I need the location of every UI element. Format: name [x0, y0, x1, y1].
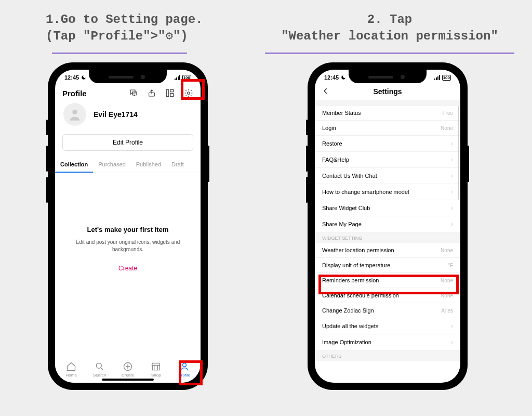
chevron-right-icon: › [451, 188, 453, 196]
group-widget-setting: WIDGET SETTING [315, 232, 460, 243]
dnd-moon-icon [81, 75, 86, 80]
row-value: °F [448, 263, 453, 268]
tab-shop-label: Shop [151, 373, 161, 378]
chevron-right-icon: › [451, 322, 453, 330]
create-link[interactable]: Create [118, 265, 137, 272]
step1-underline [52, 53, 187, 54]
battery-label: 100 [182, 75, 191, 81]
row-label: FAQ&Help [322, 157, 349, 163]
row-label: How to change smartphone model [322, 189, 409, 195]
scrollbar[interactable] [458, 106, 459, 200]
row-label: Contact Us With Chat [322, 173, 377, 179]
section-spacer [315, 100, 460, 105]
status-time: 12:45 [324, 74, 339, 81]
tab-shop[interactable]: Shop [143, 361, 169, 378]
svg-rect-2 [170, 89, 174, 92]
back-icon[interactable] [322, 87, 329, 96]
chevron-right-icon: › [451, 204, 453, 212]
row-share-app[interactable]: Share Widget Club › [315, 200, 460, 216]
row-update-all[interactable]: Update all the widgets › [315, 318, 460, 334]
signal-icon [175, 75, 180, 80]
svg-point-5 [72, 110, 77, 114]
chevron-right-icon: › [451, 172, 453, 179]
row-label: Restore [322, 140, 342, 147]
svg-rect-3 [170, 94, 174, 97]
tab-draft[interactable]: Draft [166, 158, 189, 173]
row-contact[interactable]: Contact Us With Chat › [315, 168, 460, 184]
tab-create[interactable]: Create [115, 361, 141, 378]
home-indicator [102, 379, 154, 381]
row-value: Aries [441, 308, 453, 314]
row-weather-permission[interactable]: Weather location permission None [315, 243, 460, 258]
step2-underline [265, 53, 514, 54]
profile-title: Profile [62, 89, 87, 98]
svg-rect-1 [166, 89, 169, 97]
row-label: Change Zodiac Sign [322, 307, 374, 314]
step1-instruction: 1.Go to Setting page. (Tap "Profile">"⚙"… [46, 11, 217, 45]
row-value: Free [442, 110, 453, 116]
avatar[interactable] [63, 103, 86, 126]
row-temp-unit[interactable]: Display unit of temperature °F [315, 258, 460, 273]
profile-tabs: Collection Purchased Published Draft [55, 155, 201, 173]
row-change-model[interactable]: How to change smartphone model › [315, 184, 460, 200]
row-label: Reminders permission [322, 277, 379, 283]
tab-search-label: Search [93, 373, 106, 378]
row-label: Weather location permission [322, 247, 394, 253]
svg-point-6 [96, 363, 101, 368]
chat-icon[interactable] [129, 88, 138, 98]
tab-published[interactable]: Published [131, 158, 166, 173]
row-member-status[interactable]: Member Status Free [315, 106, 460, 121]
row-reminders[interactable]: Reminders permission None [315, 273, 460, 288]
row-label: Update all the widgets [322, 323, 378, 329]
chevron-right-icon: › [451, 220, 453, 228]
battery-label: 100 [442, 75, 451, 81]
chevron-right-icon: › [451, 156, 453, 163]
row-calendar[interactable]: Calendar schedule permission None [315, 288, 460, 303]
step2-line2: "Weather location permission" [281, 29, 498, 43]
group-others: OTHERS [315, 350, 460, 361]
row-label: Share Widget Club [322, 205, 370, 211]
tab-profile[interactable]: Profile [171, 361, 197, 378]
row-zodiac[interactable]: Change Zodiac Sign Aries [315, 303, 460, 318]
svg-point-4 [188, 92, 190, 95]
widget-icon[interactable] [165, 88, 175, 98]
phone-notch [349, 70, 427, 83]
tab-purchased[interactable]: Purchased [93, 158, 131, 173]
row-restore[interactable]: Restore › [315, 136, 460, 152]
tab-home[interactable]: Home [58, 361, 84, 378]
row-label: Login [322, 125, 336, 131]
step1-line2: (Tap "Profile">"⚙") [46, 29, 188, 43]
gear-icon[interactable] [184, 88, 193, 98]
tab-home-label: Home [66, 373, 77, 378]
empty-subtitle: Edit and post your original icons, widge… [71, 239, 185, 253]
settings-list: Member Status Free Login None Restore › … [315, 105, 460, 361]
svg-point-8 [182, 363, 186, 367]
row-image-opt[interactable]: Image Optimization › [315, 334, 460, 350]
edit-profile-button[interactable]: Edit Profile [62, 134, 193, 151]
row-login[interactable]: Login None [315, 121, 460, 136]
phone-profile: 12:45 100 Profile [48, 62, 208, 390]
signal-icon [434, 75, 440, 80]
row-share-page[interactable]: Share My Page › [315, 216, 460, 232]
row-label: Image Optimization [322, 339, 371, 345]
tab-create-label: Create [122, 373, 134, 378]
row-label: Member Status [322, 110, 361, 116]
row-value: None [441, 248, 453, 253]
profile-header: Profile [55, 85, 201, 102]
row-label: Share My Page [322, 221, 362, 227]
tab-profile-label: Profile [178, 373, 190, 378]
chevron-right-icon: › [451, 140, 453, 147]
row-faq[interactable]: FAQ&Help › [315, 152, 460, 168]
row-value: None [441, 293, 453, 298]
tab-collection[interactable]: Collection [55, 158, 93, 173]
tab-search[interactable]: Search [87, 361, 113, 378]
step2-line1: 2. Tap [367, 12, 412, 27]
step2-instruction: 2. Tap "Weather location permission" [260, 11, 520, 45]
share-icon[interactable] [148, 88, 156, 98]
step1-line1: 1.Go to Setting page. [46, 12, 203, 27]
phone-settings: 12:45 100 Settings Memb [308, 62, 468, 390]
empty-title: Let's make your first item [87, 226, 169, 233]
phone-notch [89, 70, 167, 83]
username-label: Evil Eye1714 [94, 110, 138, 119]
status-time: 12:45 [64, 74, 79, 81]
